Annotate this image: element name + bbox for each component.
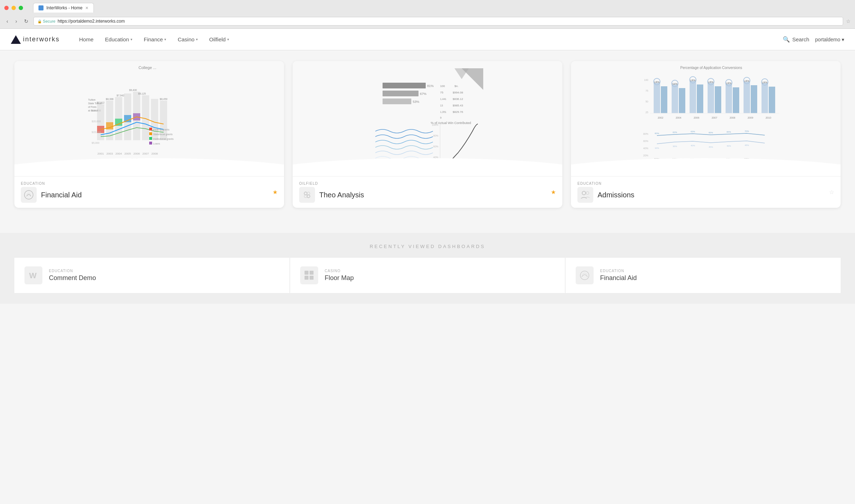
svg-text:100: 100: [440, 84, 445, 88]
svg-text:80%: 80%: [433, 134, 438, 137]
svg-text:2005: 2005: [124, 152, 131, 155]
nav-item-home[interactable]: Home: [74, 33, 99, 45]
svg-text:2006: 2006: [133, 152, 140, 155]
svg-text:55%: 55%: [708, 158, 713, 160]
svg-text:2008: 2008: [730, 116, 735, 119]
main-content: College ...: [0, 50, 855, 233]
minimize-dot[interactable]: [12, 6, 16, 10]
card-title-row-2: Theo Analysis: [299, 187, 364, 203]
recent-title-1: Comment Demo: [49, 274, 96, 282]
svg-marker-51: [454, 68, 469, 79]
card-icon-1: [21, 187, 37, 203]
svg-rect-148: [305, 271, 308, 275]
svg-text:2007: 2007: [712, 116, 717, 119]
svg-text:2004: 2004: [676, 116, 681, 119]
reload-button[interactable]: ↻: [22, 18, 31, 25]
brand-name: interworks: [23, 36, 60, 43]
nav-oilfield-label: Oilfield: [209, 36, 226, 42]
svg-text:80%: 80%: [643, 133, 648, 135]
svg-text:n and Fees over Time: n and Fees over Time: [99, 164, 131, 168]
recent-text-comment-demo: EDUCATION Comment Demo: [49, 269, 96, 282]
card-star-1[interactable]: ★: [273, 189, 278, 196]
svg-text:State Tuition: State Tuition: [88, 102, 102, 105]
card-footer-admissions: EDUCATION Admissions ☆: [571, 176, 841, 208]
card-admissions[interactable]: Percentage of Application Conversions 10…: [571, 61, 841, 208]
svg-text:S4%: S4%: [672, 83, 678, 85]
card-title-1: Financial Aid: [41, 191, 82, 199]
recent-item-comment-demo[interactable]: W EDUCATION Comment Demo: [14, 258, 290, 293]
svg-text:LR%: LR%: [654, 81, 659, 83]
svg-text:Aid Type: Aid Type: [131, 157, 143, 161]
svg-rect-102: [708, 83, 714, 113]
browser-tab[interactable]: InterWorks - Home ✕: [33, 3, 94, 13]
svg-text:LR%: LR%: [744, 80, 749, 82]
secure-label: Secure: [43, 19, 55, 23]
nav-item-oilfield[interactable]: Oilfield ▾: [204, 33, 234, 45]
nav-item-education[interactable]: Education ▾: [100, 33, 137, 45]
svg-rect-98: [697, 84, 703, 113]
card-category-1: EDUCATION: [21, 182, 82, 185]
svg-text:100: 100: [644, 79, 648, 81]
svg-text:60%: 60%: [433, 145, 438, 148]
card-star-3-empty[interactable]: ☆: [829, 189, 834, 196]
nav-links: Home Education ▾ Finance ▾ Casino ▾ Oilf…: [74, 33, 783, 45]
recently-viewed-section: RECENTLY VIEWED DASHBOARDS W EDUCATION C…: [0, 233, 855, 304]
tab-favicon: [38, 5, 44, 10]
card-preview-admissions: Percentage of Application Conversions 10…: [571, 61, 841, 176]
svg-text:Institutional grants: Institutional grants: [153, 138, 174, 141]
admissions-chart: Percentage of Application Conversions 10…: [571, 61, 841, 176]
recent-grid: W EDUCATION Comment Demo CASINO Floor M: [14, 258, 841, 293]
recently-viewed-title: RECENTLY VIEWED DASHBOARDS: [14, 244, 841, 249]
svg-text:75: 75: [440, 91, 443, 94]
card-star-2[interactable]: ★: [551, 189, 556, 196]
svg-rect-108: [733, 87, 739, 113]
svg-text:Financial Aid - Average A: Financial Aid - Average A: [147, 164, 183, 168]
svg-text:$9,125: $9,125: [138, 92, 146, 95]
forward-button[interactable]: ›: [13, 18, 19, 25]
svg-text:$7,942: $7,942: [116, 94, 124, 97]
svg-text:81%: 81%: [427, 84, 434, 88]
tab-close-icon[interactable]: ✕: [85, 6, 88, 10]
svg-text:67%: 67%: [420, 92, 426, 96]
recent-category-1: EDUCATION: [49, 269, 96, 273]
nav-item-casino[interactable]: Casino ▾: [173, 33, 203, 45]
user-menu[interactable]: portaldemo ▾: [815, 37, 844, 42]
search-icon: 🔍: [783, 36, 790, 43]
svg-text:1,441: 1,441: [440, 98, 447, 100]
svg-point-79: [307, 195, 310, 198]
maximize-dot[interactable]: [19, 6, 23, 10]
recent-item-financial-aid[interactable]: EDUCATION Financial Aid: [565, 258, 841, 293]
svg-rect-93: [679, 88, 685, 113]
close-dot[interactable]: [4, 6, 9, 10]
svg-text:$836.12: $836.12: [453, 97, 463, 101]
svg-text:2009: 2009: [747, 116, 753, 119]
svg-text:1,351: 1,351: [440, 111, 447, 113]
svg-text:25: 25: [645, 111, 648, 114]
svg-rect-3: [106, 101, 113, 140]
financial-aid-chart: College ...: [14, 61, 284, 176]
svg-text:75: 75: [645, 90, 648, 92]
bookmark-icon[interactable]: ☆: [846, 18, 851, 24]
address-bar[interactable]: 🔒 Secure https://portaldemo2.interworks.…: [33, 17, 843, 26]
recent-item-floor-map[interactable]: CASINO Floor Map: [290, 258, 565, 293]
search-button[interactable]: 🔍 Search: [783, 36, 809, 43]
svg-rect-52: [383, 83, 426, 88]
card-icon-3: [577, 187, 593, 203]
svg-text:for All: for All: [111, 169, 119, 172]
user-label: portaldemo: [815, 37, 840, 42]
financial-aid-recent-icon: [579, 270, 590, 281]
nav-item-finance[interactable]: Finance ▾: [139, 33, 171, 45]
card-title-row-3: Admissions: [577, 187, 634, 203]
recent-title-2: Floor Map: [325, 274, 354, 282]
card-theo-analysis[interactable]: 81% 67% 53% 100 $n. 75 $994.08 1,441 $83…: [293, 61, 562, 208]
logo-triangle-icon: [11, 35, 21, 44]
card-preview-financial-aid: College ...: [14, 61, 284, 176]
svg-rect-27: [149, 128, 152, 130]
card-financial-aid[interactable]: College ...: [14, 61, 284, 208]
finance-caret-icon: ▾: [164, 37, 166, 41]
user-caret-icon: ▾: [842, 37, 844, 42]
brand-logo[interactable]: interworks: [11, 35, 60, 44]
back-button[interactable]: ‹: [4, 18, 10, 25]
svg-text:40%: 40%: [691, 145, 695, 147]
svg-text:Tuition: Tuition: [88, 98, 96, 101]
